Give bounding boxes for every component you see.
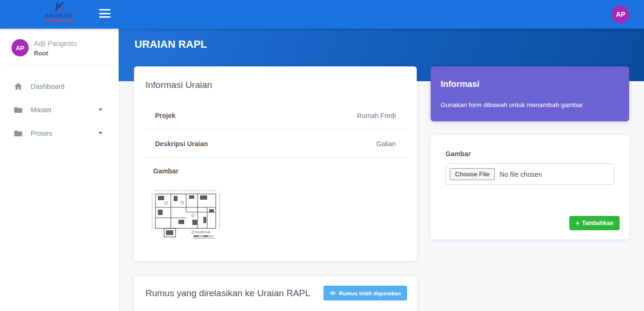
sidebar-user-name: Adji Pangestu [34, 39, 77, 48]
rumus-card: Rumus yang direlasikan ke Uraian RAPL Ru… [134, 276, 417, 311]
logo-k-icon: K [55, 1, 64, 12]
row-value: Galian [377, 140, 396, 148]
informasi-uraian-card: Informasi Uraian Projek Rumah Fredi Desk… [134, 66, 417, 261]
folder-icon [13, 129, 23, 138]
folder-icon [13, 105, 23, 115]
image-section-label: Gambar [144, 158, 407, 175]
button-label: Rumus telah digunakan [339, 290, 401, 296]
sidebar-item-proses[interactable]: Proses [0, 121, 119, 145]
sidebar-toggle-button[interactable] [99, 9, 111, 20]
chevron-down-icon [99, 108, 102, 111]
home-icon [13, 82, 23, 91]
eye-icon [330, 290, 336, 296]
detail-row-projek: Projek Rumah Fredi [144, 102, 407, 130]
sidebar-item-label: Proses [31, 129, 52, 137]
detail-row-deskripsi: Deskripsi Uraian Galian [144, 130, 407, 158]
sidebar-item-label: Master [31, 106, 52, 114]
sidebar-item-dashboard[interactable]: Dashboard [0, 75, 119, 98]
row-label: Deskripsi Uraian [155, 140, 208, 148]
sidebar-user-block: AP Adji Pangestu Root [0, 29, 119, 65]
main-area: URAIAN RAPL Informasi Uraian Projek Ruma… [119, 29, 644, 311]
menu-icon [99, 9, 111, 11]
gambar-field-label: Gambar [445, 150, 614, 158]
row-value: Rumah Fredi [357, 112, 396, 119]
gambar-file-input[interactable]: Choose File No file chosen [445, 163, 614, 185]
uraian-image-thumbnail: FLOOR PLAN [150, 188, 222, 242]
top-navbar: K KROKOT AP [0, 0, 644, 29]
notice-title: Informasi [441, 79, 619, 89]
sidebar-user-role: Root [34, 50, 77, 57]
sidebar-menu: Dashboard Master Proses [0, 66, 119, 145]
sidebar: AP Adji Pangestu Root Dashboard Master P… [0, 29, 119, 311]
button-label: Tambahkan [582, 220, 613, 226]
gambar-upload-card: Gambar Choose File No file chosen + Tamb… [431, 135, 629, 239]
chevron-down-icon [99, 132, 102, 134]
file-status-text: No file chosen [500, 171, 542, 178]
card-title: Informasi Uraian [145, 80, 407, 90]
choose-file-button[interactable]: Choose File [450, 168, 495, 180]
rumus-card-title: Rumus yang direlasikan ke Uraian RAPL [145, 288, 310, 299]
navbar-user-avatar[interactable]: AP [611, 5, 630, 23]
rumus-telah-digunakan-button[interactable]: Rumus telah digunakan [323, 286, 407, 300]
tambahkan-button[interactable]: + Tambahkan [569, 216, 620, 230]
notice-body: Gunakan form dibawah untuk menambah gamb… [441, 101, 619, 108]
thumbnail-caption: FLOOR PLAN [195, 231, 211, 234]
informasi-notice-card: Informasi Gunakan form dibawah untuk men… [431, 66, 629, 121]
navbar-brand-area: K KROKOT [0, 0, 119, 29]
logo-tagline [46, 20, 73, 21]
sidebar-user-avatar: AP [11, 39, 29, 56]
page-title: URAIAN RAPL [134, 38, 629, 53]
row-label: Projek [155, 112, 176, 119]
sidebar-item-label: Dashboard [31, 83, 65, 90]
sidebar-item-master[interactable]: Master [0, 98, 119, 121]
plus-icon: + [576, 221, 579, 225]
